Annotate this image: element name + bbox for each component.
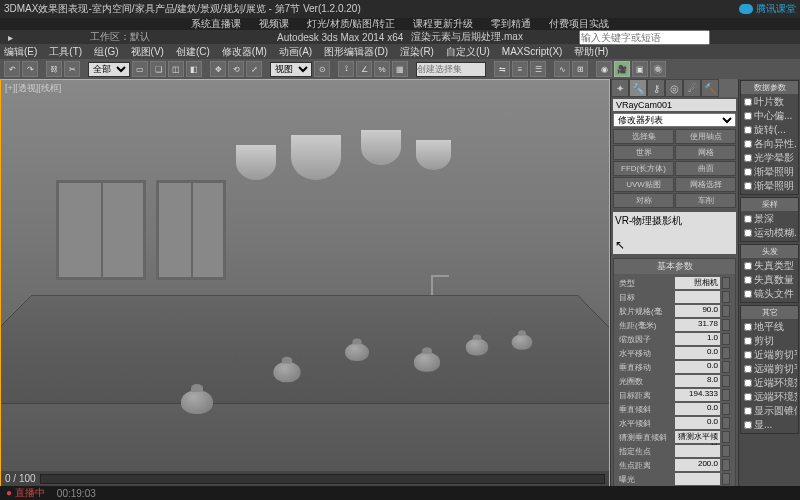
render-option[interactable]: 镜头文件 <box>742 287 797 301</box>
checkbox[interactable] <box>744 323 752 331</box>
checkbox[interactable] <box>744 215 752 223</box>
render-icon[interactable]: 🔘 <box>650 61 666 77</box>
param-value[interactable]: 8.0 <box>675 375 720 387</box>
mod-btn[interactable]: 对称 <box>613 193 674 208</box>
spinner-icon[interactable] <box>722 319 730 331</box>
spinner-icon[interactable] <box>722 291 730 303</box>
section-header[interactable]: 采样 <box>741 198 798 211</box>
render-option[interactable]: 显... <box>742 418 797 432</box>
param-value[interactable]: 1.0 <box>675 333 720 345</box>
mirror-icon[interactable]: ⇋ <box>494 61 510 77</box>
scale-icon[interactable]: ⤢ <box>246 61 262 77</box>
param-value[interactable]: 194.333 <box>675 389 720 401</box>
spinner-icon[interactable] <box>722 431 730 443</box>
spinner-icon[interactable] <box>722 445 730 457</box>
spinner-icon[interactable] <box>722 473 730 485</box>
param-value[interactable]: 0.0 <box>675 417 720 429</box>
param-value[interactable]: 90.0 <box>675 305 720 317</box>
selected-object-name[interactable]: VRayCam001 <box>613 99 736 111</box>
section-header[interactable]: 数据参数 <box>741 81 798 94</box>
checkbox[interactable] <box>744 379 752 387</box>
checkbox[interactable] <box>744 112 752 120</box>
checkbox[interactable] <box>744 98 752 106</box>
hierarchy-tab-icon[interactable]: ⚷ <box>647 79 665 97</box>
material-editor-icon[interactable]: ◉ <box>596 61 612 77</box>
mod-btn[interactable]: 曲面 <box>675 161 736 176</box>
menu-edit[interactable]: 编辑(E) <box>4 45 37 59</box>
menu-create[interactable]: 创建(C) <box>176 45 210 59</box>
mod-btn[interactable]: 车削 <box>675 193 736 208</box>
nav-item[interactable]: 灯光/材质/贴图/转正 <box>307 17 395 31</box>
spinner-icon[interactable] <box>722 459 730 471</box>
perspective-viewport[interactable]: [+][透视][线框] <box>1 80 609 471</box>
menu-modifiers[interactable]: 修改器(M) <box>222 45 267 59</box>
curve-editor-icon[interactable]: ∿ <box>554 61 570 77</box>
render-option[interactable]: 旋转(... <box>742 123 797 137</box>
param-value[interactable]: 200.0 <box>675 459 720 471</box>
menu-customize[interactable]: 自定义(U) <box>446 45 490 59</box>
ref-coord-dropdown[interactable]: 视图 <box>270 62 312 77</box>
checkbox[interactable] <box>744 365 752 373</box>
checkbox[interactable] <box>744 140 752 148</box>
menu-help[interactable]: 帮助(H) <box>574 45 608 59</box>
window-crossing-icon[interactable]: ◧ <box>186 61 202 77</box>
spinner-snap-icon[interactable]: ▦ <box>392 61 408 77</box>
param-value[interactable]: 31.78 <box>675 319 720 331</box>
nav-item[interactable]: 课程更新升级 <box>413 17 473 31</box>
render-option[interactable]: 各向异性... <box>742 137 797 151</box>
render-option[interactable]: 近端剪切平面 <box>742 348 797 362</box>
align-icon[interactable]: ≡ <box>512 61 528 77</box>
time-slider[interactable]: 0 / 100 <box>1 471 609 486</box>
checkbox[interactable] <box>744 229 752 237</box>
mod-btn[interactable]: UVW贴图 <box>613 177 674 192</box>
move-icon[interactable]: ✥ <box>210 61 226 77</box>
render-setup-icon[interactable]: 🎥 <box>614 61 630 77</box>
spinner-icon[interactable] <box>722 347 730 359</box>
percent-snap-icon[interactable]: % <box>374 61 390 77</box>
unlink-icon[interactable]: ✂ <box>64 61 80 77</box>
select-icon[interactable]: ▭ <box>132 61 148 77</box>
workspace-label[interactable]: 工作区：默认 <box>90 30 150 44</box>
render-option[interactable]: 失真数量 <box>742 273 797 287</box>
param-value[interactable]: 0.0 <box>675 361 720 373</box>
utilities-tab-icon[interactable]: 🔨 <box>701 79 719 97</box>
render-option[interactable]: 远端环境范围 <box>742 390 797 404</box>
spinner-icon[interactable] <box>722 361 730 373</box>
undo-icon[interactable]: ↶ <box>4 61 20 77</box>
help-search-input[interactable] <box>579 30 710 45</box>
param-value[interactable]: 0.0 <box>675 403 720 415</box>
render-option[interactable]: 叶片数 <box>742 95 797 109</box>
select-name-icon[interactable]: ❏ <box>150 61 166 77</box>
spinner-icon[interactable] <box>722 305 730 317</box>
render-option[interactable]: 渐晕照明 <box>742 165 797 179</box>
render-option[interactable]: 中心偏... <box>742 109 797 123</box>
nav-item[interactable]: 系统直播课 <box>191 17 241 31</box>
rollout-header[interactable]: 基本参数 <box>614 259 735 274</box>
nav-item[interactable]: 视频课 <box>259 17 289 31</box>
menu-group[interactable]: 组(G) <box>94 45 118 59</box>
render-option[interactable]: 近端环境范围 <box>742 376 797 390</box>
menu-maxscript[interactable]: MAXScript(X) <box>502 46 563 57</box>
render-option[interactable]: 失真类型 <box>742 259 797 273</box>
render-option[interactable]: 显示圆锥体... <box>742 404 797 418</box>
render-frame-icon[interactable]: ▣ <box>632 61 648 77</box>
render-option[interactable]: 光学晕影 <box>742 151 797 165</box>
checkbox[interactable] <box>744 393 752 401</box>
redo-icon[interactable]: ↷ <box>22 61 38 77</box>
checkbox[interactable] <box>744 154 752 162</box>
param-value[interactable] <box>675 291 720 303</box>
render-option[interactable]: 地平线 <box>742 320 797 334</box>
stack-item[interactable]: VR-物理摄影机 <box>615 214 734 228</box>
checkbox[interactable] <box>744 351 752 359</box>
render-option[interactable]: 剪切 <box>742 334 797 348</box>
angle-snap-icon[interactable]: ∠ <box>356 61 372 77</box>
render-option[interactable]: 远端剪切平面 <box>742 362 797 376</box>
section-header[interactable]: 头发 <box>741 245 798 258</box>
section-header[interactable]: 其它 <box>741 306 798 319</box>
render-option[interactable]: 渐晕照明 <box>742 179 797 193</box>
render-option[interactable]: 景深 <box>742 212 797 226</box>
param-value[interactable] <box>675 473 720 485</box>
pivot-icon[interactable]: ⊙ <box>314 61 330 77</box>
checkbox[interactable] <box>744 421 752 429</box>
checkbox[interactable] <box>744 276 752 284</box>
